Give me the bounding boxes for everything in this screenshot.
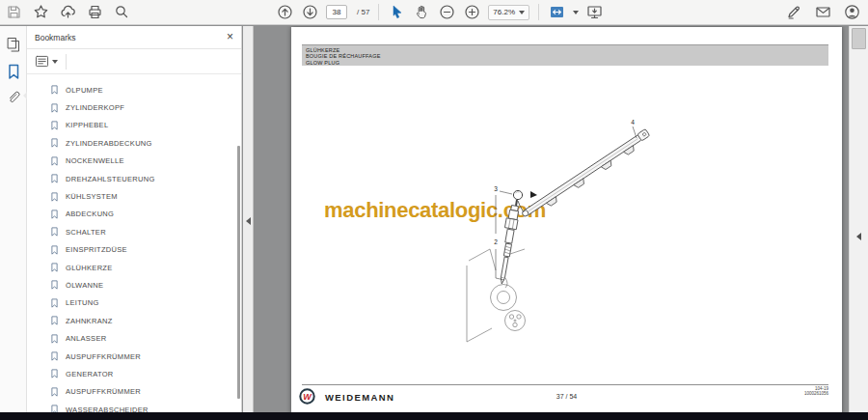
attachments-icon[interactable] (5, 88, 22, 105)
bookmark-icon (50, 333, 59, 345)
bookmark-item-label: DREHZAHLSTEUERUNG (66, 175, 155, 183)
bookmark-item[interactable]: ZYLINDERABDECKUNG (50, 134, 241, 152)
bookmark-options-button[interactable] (35, 55, 58, 68)
zoom-out-button[interactable] (438, 3, 456, 21)
bookmark-item-label: ZAHNKRANZ (66, 317, 113, 325)
fit-width-button[interactable] (548, 3, 566, 21)
toolbar-nav-group: 38 / 57 76.2% (276, 0, 604, 24)
bookmark-item[interactable]: AUSPUFFKRÜMMER (50, 348, 241, 365)
bookmark-item-label: ANLASSER (66, 334, 106, 343)
document-scrollbar[interactable] (849, 26, 868, 412)
toolbar-file-group (5, 0, 131, 24)
bookmark-item-label: KÜHLSYSTEM (66, 192, 118, 201)
bookmark-item[interactable]: GLÜHKERZE (50, 259, 241, 276)
send-mail-icon[interactable] (814, 3, 832, 21)
bookmark-item[interactable]: NOCKENWELLE (50, 153, 241, 170)
chevron-down-icon (52, 60, 58, 64)
bookmark-item[interactable]: EINSPRITZDÜSE (50, 241, 241, 259)
bookmark-icon (50, 191, 59, 203)
next-page-button[interactable] (301, 3, 319, 21)
bookmark-icon (50, 244, 59, 256)
zoom-in-button[interactable] (463, 3, 481, 21)
bookmarks-panel-toolbar (27, 49, 241, 74)
panel-splitter[interactable] (243, 26, 254, 412)
reading-mode-button[interactable] (585, 3, 604, 21)
bookmark-item-label: ÖLPUMPE (66, 86, 103, 95)
zoom-level-value: 76.2% (493, 8, 515, 16)
pdf-page: GLÜHKERZE BOUGIE DE RÉCHAUFFAGE GLOW PLU… (291, 27, 842, 412)
fill-sign-pen-icon[interactable] (785, 3, 803, 21)
bookmarks-icon[interactable] (5, 63, 22, 80)
page-thumbnails-icon[interactable] (5, 36, 22, 53)
hand-tool[interactable] (413, 3, 431, 21)
bookmark-icon (50, 173, 59, 184)
zoom-level-select[interactable]: 76.2% (488, 5, 529, 20)
bookmark-icon (50, 155, 59, 167)
bookmark-item-label: GENERATOR (66, 370, 114, 378)
footer-rule (302, 384, 828, 385)
bookmark-item[interactable]: ÖLPUMPE (50, 81, 241, 98)
bookmark-item-label: GLÜHKERZE (66, 264, 113, 272)
share-upload-button[interactable] (59, 3, 77, 21)
footer-page-indicator: 37 / 54 (291, 393, 842, 400)
print-button[interactable] (86, 3, 104, 21)
bookmark-icon (50, 315, 59, 326)
bookmark-icon (50, 368, 59, 379)
bookmark-icon (50, 84, 59, 96)
bottom-edge-bar (0, 412, 868, 420)
diagram-label-3: 3 (494, 185, 498, 192)
bookmark-item[interactable]: LEITUNG (50, 294, 241, 312)
bookmark-icon (50, 297, 59, 309)
diagram-label-2: 2 (494, 238, 498, 245)
previous-page-button[interactable] (276, 3, 294, 21)
bookmark-item[interactable]: AUSPUFFKRÜMMER (50, 383, 241, 401)
bookmark-item[interactable]: KÜHLSYSTEM (50, 187, 241, 205)
bookmark-item[interactable]: ANLASSER (50, 329, 241, 347)
bookmark-item[interactable]: ABDECKUNG (50, 206, 241, 223)
bookmark-item[interactable]: SCHALTER (50, 223, 241, 240)
bookmark-item[interactable]: KIPPHEBEL (50, 117, 241, 134)
bookmark-icon (50, 137, 59, 149)
bookmark-item[interactable]: ZYLINDERKOPF (50, 98, 241, 116)
bookmark-icon (50, 350, 59, 362)
bookmark-item[interactable]: ÖLWANNE (50, 276, 241, 294)
bookmark-item-label: NOCKENWELLE (66, 156, 124, 165)
bookmark-icon (50, 209, 59, 220)
bookmark-item-label: ZYLINDERKOPF (66, 103, 124, 112)
bookmark-item[interactable]: DREHZAHLSTEUERUNG (50, 170, 241, 187)
chevron-down-icon[interactable] (573, 11, 579, 14)
page-number-input[interactable]: 38 (326, 5, 347, 19)
panel-title: Bookmarks (35, 33, 76, 42)
bookmark-item[interactable]: WASSERABSCHEIDER (50, 401, 241, 412)
bookmark-icon (50, 102, 59, 114)
bookmark-item-label: ZYLINDERABDECKUNG (66, 139, 152, 148)
navigation-rail (0, 26, 27, 412)
star-icon[interactable] (32, 3, 50, 21)
collapse-panel-arrow-icon[interactable] (246, 217, 251, 225)
chevron-down-icon (519, 11, 525, 14)
page-header-bar: GLÜHKERZE BOUGIE DE RÉCHAUFFAGE GLOW PLU… (302, 44, 828, 66)
search-icon[interactable] (113, 3, 131, 21)
account-icon[interactable] (843, 3, 861, 21)
bookmark-item-label: ABDECKUNG (66, 210, 114, 218)
footer-code-bottom: 1000261056 (804, 391, 828, 396)
main-toolbar: 38 / 57 76.2% (0, 0, 868, 25)
collapse-tools-arrow-icon[interactable] (856, 233, 861, 240)
bookmark-item[interactable]: ZAHNKRANZ (50, 312, 241, 329)
bookmark-item[interactable]: GENERATOR (50, 365, 241, 382)
bookmark-item-label: EINSPRITZDÜSE (66, 245, 127, 254)
bookmark-item-label: ÖLWANNE (66, 281, 103, 290)
save-button[interactable] (5, 3, 23, 21)
page-total-label: / 57 (357, 8, 369, 16)
bookmarks-panel: Bookmarks × ÖLPUMPE ZYLINDERKOPF (27, 26, 242, 412)
document-viewport[interactable]: GLÜHKERZE BOUGIE DE RÉCHAUFFAGE GLOW PLU… (255, 26, 849, 412)
close-icon[interactable]: × (227, 30, 233, 43)
pdf-viewer-window: 38 / 57 76.2% (0, 0, 868, 420)
bookmark-item-label: LEITUNG (66, 298, 99, 307)
panel-scrollbar-thumb[interactable] (237, 146, 240, 399)
select-cursor-tool[interactable] (388, 3, 406, 21)
panel-toolbar-divider (66, 54, 67, 70)
scrollbar-thumb[interactable] (852, 28, 866, 49)
bookmarks-panel-header: Bookmarks × (27, 26, 241, 49)
bookmark-item-label: WASSERABSCHEIDER (66, 406, 149, 412)
